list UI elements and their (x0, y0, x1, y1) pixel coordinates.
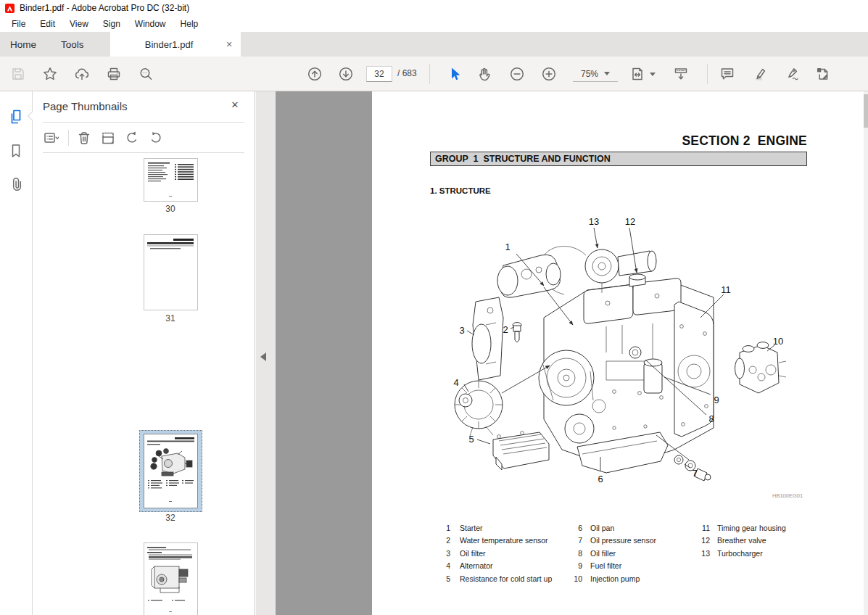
callout-11: 11 (721, 284, 731, 295)
thumbnail-label-32[interactable]: 32 (141, 513, 199, 523)
part-number: 8 (568, 549, 582, 558)
part-label: Water temperature sensor (460, 536, 548, 545)
callout-1: 1 (505, 242, 510, 252)
part-item: 4Alternator (436, 561, 552, 574)
tab-home[interactable]: Home (10, 32, 36, 57)
chevron-down-icon[interactable] (650, 73, 656, 76)
page-total: 683 (402, 68, 417, 78)
rotate-clockwise-icon[interactable] (148, 130, 164, 146)
part-item: 12Breather valve (694, 536, 786, 548)
select-tool-icon[interactable] (447, 66, 463, 82)
part-item: 3Oil filter (436, 549, 552, 561)
acrobat-window: Binder1.pdf - Adobe Acrobat Pro DC (32-b… (0, 0, 868, 615)
zoom-out-icon[interactable] (509, 66, 525, 82)
tab-bar: Home Tools Binder1.pdf ✕ (0, 32, 868, 57)
panel-splitter[interactable] (256, 91, 276, 615)
part-item: 7Oil pressure sensor (568, 536, 656, 548)
part-item: 10Injection pump (568, 574, 656, 587)
delete-pages-icon[interactable] (76, 130, 92, 146)
menu-file[interactable]: File (4, 17, 33, 31)
hand-tool-icon[interactable] (476, 66, 492, 82)
rotate-counterclockwise-icon[interactable] (124, 130, 140, 146)
panel-toolbar (43, 128, 172, 148)
parts-column-3: 11Timing gear housing 12Breather valve 1… (694, 524, 786, 561)
toolbar-divider (707, 64, 708, 84)
callout-3: 3 (459, 325, 464, 336)
document-scrollbar[interactable] (864, 91, 868, 615)
document-scrollbar-thumb[interactable] (864, 94, 868, 128)
print-icon[interactable] (106, 66, 122, 82)
callout-10: 10 (773, 336, 783, 347)
part-number: 5 (436, 574, 450, 583)
request-signatures-icon[interactable] (815, 66, 831, 82)
zoom-level-select[interactable]: 75% (573, 66, 618, 82)
callout-13: 13 (589, 216, 599, 227)
figure-code: HB100EG01 (772, 492, 803, 499)
part-item: 9Fuel filter (568, 561, 656, 574)
part-label: Fuel filter (590, 561, 621, 570)
collapse-panel-icon[interactable] (260, 352, 266, 361)
tab-document[interactable]: Binder1.pdf ✕ (110, 32, 241, 57)
part-item: 6Oil pan (568, 524, 656, 536)
thumbnail-label-31[interactable]: 31 (141, 313, 199, 323)
section-heading: SECTION 2 ENGINE (682, 133, 807, 149)
share-cloud-icon[interactable] (74, 66, 90, 82)
zoom-level-value: 75% (581, 69, 598, 79)
part-number: 6 (568, 524, 582, 532)
attachments-panel-icon[interactable] (8, 176, 24, 192)
parts-column-2: 6Oil pan 7Oil pressure sensor 8Oil fille… (568, 524, 656, 587)
part-label: Resistance for cold start up (460, 574, 552, 583)
part-item: 11Timing gear housing (694, 524, 786, 536)
save-icon[interactable] (10, 66, 26, 82)
fill-and-sign-icon[interactable] (785, 66, 801, 82)
thumbnail-image-33 (144, 543, 197, 615)
thumbnail-image-30 (144, 159, 197, 201)
menu-help[interactable]: Help (173, 17, 206, 31)
toolbar-divider (429, 64, 430, 84)
zoom-in-icon[interactable] (541, 66, 557, 82)
panel-title: Page Thumbnails (43, 100, 127, 112)
page-size-icon[interactable] (100, 130, 116, 146)
part-number: 4 (436, 561, 450, 570)
comment-icon[interactable] (719, 66, 735, 82)
menu-window[interactable]: Window (128, 17, 173, 31)
page-number-input[interactable]: 32 (366, 66, 392, 82)
thumbnail-page-30[interactable] (144, 158, 198, 202)
acrobat-app-icon (5, 4, 15, 13)
scroll-mode-icon[interactable] (673, 66, 689, 82)
page-thumbnails-panel: Page Thumbnails ✕ (33, 91, 255, 615)
thumbnail-label-30[interactable]: 30 (141, 204, 199, 214)
search-icon[interactable] (138, 66, 154, 82)
part-number: 12 (694, 536, 710, 545)
callout-7: 7 (692, 468, 697, 479)
menu-edit[interactable]: Edit (33, 17, 62, 31)
part-label: Timing gear housing (717, 524, 786, 532)
thumbnail-options-icon[interactable] (43, 130, 59, 146)
menu-bar: File Edit View Sign Window Help (0, 16, 868, 32)
thumbnail-page-31[interactable] (144, 234, 198, 310)
next-page-icon[interactable] (338, 66, 354, 82)
thumbnail-image-31 (144, 235, 197, 310)
part-number: 2 (436, 536, 450, 545)
engine-structure-figure: 1 2 3 4 5 6 7 8 9 10 11 12 13 (435, 210, 841, 508)
part-label: Oil filter (460, 549, 486, 558)
panel-divider (43, 122, 244, 123)
panel-close-icon[interactable]: ✕ (228, 99, 241, 112)
callout-2: 2 (503, 324, 508, 335)
star-icon[interactable] (42, 66, 58, 82)
tab-document-label: Binder1.pdf (145, 39, 194, 50)
menu-sign[interactable]: Sign (96, 17, 128, 31)
page-thumbnails-panel-icon[interactable] (8, 109, 24, 125)
fit-width-icon[interactable] (629, 66, 645, 82)
part-number: 10 (568, 574, 582, 583)
chevron-down-icon (604, 72, 610, 75)
bookmarks-panel-icon[interactable] (8, 143, 24, 159)
callout-6: 6 (598, 474, 603, 484)
thumbnail-page-33[interactable] (144, 542, 198, 615)
highlight-icon[interactable] (752, 66, 768, 82)
menu-view[interactable]: View (62, 17, 96, 31)
thumbnail-page-32[interactable] (144, 434, 198, 508)
tab-tools[interactable]: Tools (61, 32, 84, 57)
previous-page-icon[interactable] (307, 66, 323, 82)
tab-close-icon[interactable]: ✕ (223, 38, 235, 50)
